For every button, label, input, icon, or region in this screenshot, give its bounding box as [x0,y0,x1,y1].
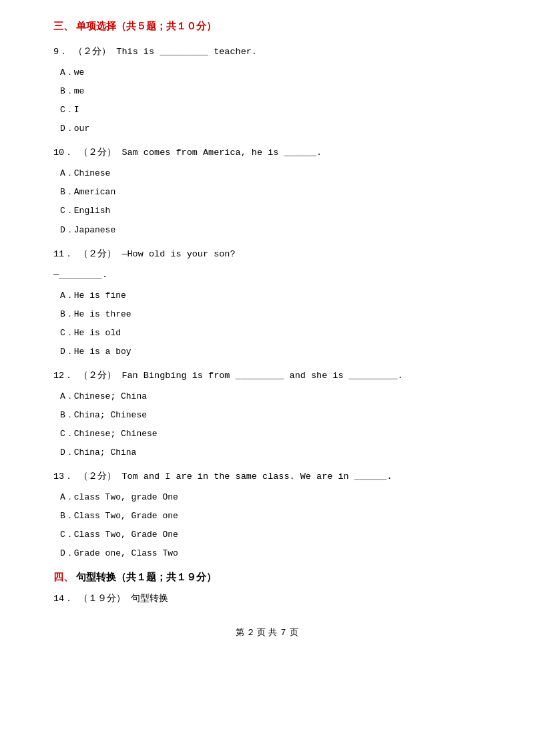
q13-score: （２分） [79,471,116,482]
q13-number: 13． [53,471,73,482]
question-13: 13． （２分） Tom and I are in the same class… [53,469,481,561]
q9-option-a: A．we [53,65,481,80]
q11-option-c: C．He is old [53,326,481,341]
q11-dash: —________. [53,270,107,280]
question-10-text: 10． （２分） Sam comes from America, he is _… [53,146,481,161]
q11-option-b: B．He is three [53,307,481,322]
question-11: 11． （２分） —How old is your son? —________… [53,247,481,359]
q9-score: （２分） [73,47,111,57]
q12-option-d: D．China; China [53,445,481,460]
q14-number: 14． [53,594,73,604]
page-footer: 第 ２ 页 共 ７ 页 [53,626,481,638]
q10-option-b: B．American [53,185,481,200]
q10-content: Sam comes from America, he is ______. [121,148,322,158]
question-13-text: 13． （２分） Tom and I are in the same class… [53,469,481,485]
q11-option-a: A．He is fine [53,289,481,303]
q13-option-d: D．Grade one, Class Two [53,546,481,561]
q11-number: 11． [53,249,73,259]
section4-num: 四、 [53,572,73,582]
q10-option-c: C．English [53,204,481,218]
q11-option-d: D．He is a boy [53,345,481,359]
q10-option-a: A．Chinese [53,166,481,181]
question-14-text: 14． （１９分） 句型转换 [53,592,481,607]
q13-option-a: A．class Two, grade One [53,490,481,505]
q12-option-b: B．China; Chinese [53,408,481,423]
q13-option-c: C．Class Two, Grade One [53,528,481,542]
q9-option-d: D．our [53,122,481,136]
q9-number: 9． [53,47,68,57]
question-14: 14． （１９分） 句型转换 [53,592,481,607]
q12-score: （２分） [79,371,116,381]
question-12-text: 12． （２分） Fan Bingbing is from _________ … [53,369,481,384]
q13-option-b: B．Class Two, Grade one [53,509,481,524]
section4-title: 四、 句型转换（共１题；共１９分） [53,571,481,584]
question-12: 12． （２分） Fan Bingbing is from _________ … [53,369,481,460]
q12-option-c: C．Chinese; Chinese [53,427,481,441]
question-9: 9． （２分） This is _________ teacher. A．we … [53,45,481,136]
question-11-header: 11． （２分） —How old is your son? [53,247,481,262]
q10-number: 10． [53,148,73,158]
section3-num: 三、 单项选择（共５题；共１０分） [53,21,216,31]
question-10: 10． （２分） Sam comes from America, he is _… [53,146,481,237]
question-9-text: 9． （２分） This is _________ teacher. [53,45,481,60]
footer-text: 第 ２ 页 共 ７ 页 [236,627,298,637]
q12-number: 12． [53,371,73,381]
q10-option-d: D．Japanese [53,223,481,238]
q12-content: Fan Bingbing is from _________ and she i… [121,371,403,381]
section3-title: 三、 单项选择（共５题；共１０分） [53,20,481,33]
q14-score: （１９分） [79,594,125,604]
q11-dialog1: —How old is your son? [121,249,235,259]
q10-score: （２分） [79,148,116,158]
section4-label: 句型转换（共１题；共１９分） [76,572,216,582]
q13-content: Tom and I are in the same class. We are … [121,471,392,482]
q9-option-b: B．me [53,84,481,99]
q9-content: This is _________ teacher. [116,47,257,57]
question-11-dialog2: —________. [53,268,481,283]
q11-score: （２分） [79,249,116,259]
q14-content: 句型转换 [131,594,168,604]
q12-option-a: A．Chinese; China [53,389,481,404]
q9-option-c: C．I [53,103,481,118]
